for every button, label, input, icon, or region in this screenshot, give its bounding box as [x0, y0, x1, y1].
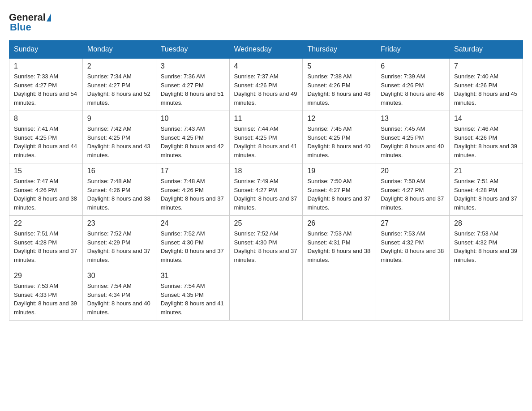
day-number: 13: [381, 115, 445, 123]
calendar-cell: 2 Sunrise: 7:34 AM Sunset: 4:27 PM Dayli…: [82, 58, 156, 111]
day-info: Sunrise: 7:43 AM Sunset: 4:25 PM Dayligh…: [161, 124, 225, 159]
day-number: 30: [87, 272, 151, 280]
sunset-label: Sunset: 4:28 PM: [454, 187, 497, 193]
daylight-label: Daylight: 8 hours and 46 minutes.: [381, 90, 444, 106]
daylight-label: Daylight: 8 hours and 40 minutes.: [307, 143, 370, 158]
day-number: 17: [161, 167, 225, 175]
calendar-cell: 16 Sunrise: 7:48 AM Sunset: 4:26 PM Dayl…: [82, 163, 156, 216]
day-number: 14: [454, 115, 518, 123]
sunset-label: Sunset: 4:30 PM: [161, 239, 204, 246]
calendar-cell: 29 Sunrise: 7:53 AM Sunset: 4:33 PM Dayl…: [9, 268, 83, 321]
calendar-cell: 21 Sunrise: 7:51 AM Sunset: 4:28 PM Dayl…: [450, 163, 523, 216]
sunset-label: Sunset: 4:26 PM: [454, 134, 497, 141]
calendar-week-row: 29 Sunrise: 7:53 AM Sunset: 4:33 PM Dayl…: [9, 268, 523, 321]
sunset-label: Sunset: 4:27 PM: [307, 187, 350, 193]
sunset-label: Sunset: 4:27 PM: [161, 82, 204, 89]
sunset-label: Sunset: 4:34 PM: [87, 291, 130, 298]
day-number: 31: [161, 272, 225, 280]
day-info: Sunrise: 7:53 AM Sunset: 4:32 PM Dayligh…: [381, 229, 445, 264]
sunset-label: Sunset: 4:26 PM: [454, 82, 497, 89]
daylight-label: Daylight: 8 hours and 52 minutes.: [87, 90, 150, 106]
calendar-cell: [376, 268, 450, 321]
header-wednesday: Wednesday: [229, 41, 303, 59]
day-number: 9: [87, 115, 151, 123]
calendar-cell: 18 Sunrise: 7:49 AM Sunset: 4:27 PM Dayl…: [229, 163, 303, 216]
day-number: 1: [14, 62, 78, 70]
sunset-label: Sunset: 4:26 PM: [307, 82, 350, 89]
calendar-cell: 17 Sunrise: 7:48 AM Sunset: 4:26 PM Dayl…: [156, 163, 229, 216]
day-number: 23: [87, 219, 151, 227]
day-info: Sunrise: 7:41 AM Sunset: 4:25 PM Dayligh…: [14, 124, 78, 159]
day-number: 29: [14, 272, 78, 280]
daylight-label: Daylight: 8 hours and 45 minutes.: [454, 90, 517, 106]
day-number: 25: [234, 219, 298, 227]
calendar-cell: 1 Sunrise: 7:33 AM Sunset: 4:27 PM Dayli…: [9, 58, 83, 111]
daylight-label: Daylight: 8 hours and 37 minutes.: [87, 248, 150, 263]
day-number: 7: [454, 62, 518, 70]
sunset-label: Sunset: 4:28 PM: [14, 239, 57, 246]
day-info: Sunrise: 7:38 AM Sunset: 4:26 PM Dayligh…: [307, 72, 371, 107]
sunrise-label: Sunrise: 7:51 AM: [454, 178, 498, 184]
sunrise-label: Sunrise: 7:46 AM: [454, 125, 498, 132]
day-info: Sunrise: 7:52 AM Sunset: 4:29 PM Dayligh…: [87, 229, 151, 264]
day-info: Sunrise: 7:36 AM Sunset: 4:27 PM Dayligh…: [161, 72, 225, 107]
day-number: 28: [454, 219, 518, 227]
daylight-label: Daylight: 8 hours and 41 minutes.: [234, 143, 297, 158]
day-info: Sunrise: 7:50 AM Sunset: 4:27 PM Dayligh…: [381, 177, 445, 212]
sunrise-label: Sunrise: 7:40 AM: [454, 73, 498, 80]
daylight-label: Daylight: 8 hours and 37 minutes.: [161, 195, 224, 211]
sunrise-label: Sunrise: 7:33 AM: [14, 73, 58, 80]
sunset-label: Sunset: 4:26 PM: [87, 187, 130, 193]
day-number: 8: [14, 115, 78, 123]
day-info: Sunrise: 7:53 AM Sunset: 4:33 PM Dayligh…: [14, 282, 78, 317]
sunrise-label: Sunrise: 7:44 AM: [234, 125, 279, 132]
day-number: 12: [307, 115, 371, 123]
calendar-week-row: 1 Sunrise: 7:33 AM Sunset: 4:27 PM Dayli…: [9, 58, 523, 111]
calendar-cell: 22 Sunrise: 7:51 AM Sunset: 4:28 PM Dayl…: [9, 216, 83, 268]
sunrise-label: Sunrise: 7:52 AM: [161, 230, 205, 237]
daylight-label: Daylight: 8 hours and 38 minutes.: [307, 248, 370, 263]
day-info: Sunrise: 7:34 AM Sunset: 4:27 PM Dayligh…: [87, 72, 151, 107]
day-number: 5: [307, 62, 371, 70]
page-header: General Blue: [9, 9, 523, 33]
day-info: Sunrise: 7:53 AM Sunset: 4:31 PM Dayligh…: [307, 229, 371, 264]
day-info: Sunrise: 7:47 AM Sunset: 4:26 PM Dayligh…: [14, 177, 78, 212]
sunrise-label: Sunrise: 7:41 AM: [14, 125, 58, 132]
day-info: Sunrise: 7:52 AM Sunset: 4:30 PM Dayligh…: [234, 229, 298, 264]
day-number: 16: [87, 167, 151, 175]
sunrise-label: Sunrise: 7:39 AM: [381, 73, 425, 80]
sunset-label: Sunset: 4:25 PM: [307, 134, 350, 141]
daylight-label: Daylight: 8 hours and 40 minutes.: [87, 300, 150, 316]
calendar-cell: 23 Sunrise: 7:52 AM Sunset: 4:29 PM Dayl…: [82, 216, 156, 268]
sunrise-label: Sunrise: 7:43 AM: [161, 125, 205, 132]
calendar-week-row: 8 Sunrise: 7:41 AM Sunset: 4:25 PM Dayli…: [9, 111, 523, 163]
sunset-label: Sunset: 4:26 PM: [381, 82, 424, 89]
logo-blue: Blue: [10, 21, 31, 33]
sunrise-label: Sunrise: 7:53 AM: [381, 230, 425, 237]
daylight-label: Daylight: 8 hours and 37 minutes.: [14, 248, 77, 263]
day-number: 4: [234, 62, 298, 70]
calendar-cell: [229, 268, 303, 321]
calendar-cell: 10 Sunrise: 7:43 AM Sunset: 4:25 PM Dayl…: [156, 111, 229, 163]
sunset-label: Sunset: 4:26 PM: [161, 187, 204, 193]
daylight-label: Daylight: 8 hours and 48 minutes.: [307, 90, 370, 106]
day-info: Sunrise: 7:51 AM Sunset: 4:28 PM Dayligh…: [454, 177, 518, 212]
sunset-label: Sunset: 4:27 PM: [234, 187, 277, 193]
day-number: 26: [307, 219, 371, 227]
day-number: 24: [161, 219, 225, 227]
calendar-cell: [450, 268, 523, 321]
day-info: Sunrise: 7:53 AM Sunset: 4:32 PM Dayligh…: [454, 229, 518, 264]
sunrise-label: Sunrise: 7:53 AM: [307, 230, 352, 237]
calendar-header-row: SundayMondayTuesdayWednesdayThursdayFrid…: [9, 41, 523, 59]
day-info: Sunrise: 7:45 AM Sunset: 4:25 PM Dayligh…: [307, 124, 371, 159]
day-number: 27: [381, 219, 445, 227]
sunset-label: Sunset: 4:25 PM: [14, 134, 57, 141]
sunset-label: Sunset: 4:32 PM: [381, 239, 424, 246]
daylight-label: Daylight: 8 hours and 38 minutes.: [381, 248, 444, 263]
calendar-cell: 4 Sunrise: 7:37 AM Sunset: 4:26 PM Dayli…: [229, 58, 303, 111]
daylight-label: Daylight: 8 hours and 37 minutes.: [234, 195, 297, 211]
calendar-cell: 25 Sunrise: 7:52 AM Sunset: 4:30 PM Dayl…: [229, 216, 303, 268]
day-number: 15: [14, 167, 78, 175]
calendar-cell: 31 Sunrise: 7:54 AM Sunset: 4:35 PM Dayl…: [156, 268, 229, 321]
daylight-label: Daylight: 8 hours and 54 minutes.: [14, 90, 77, 106]
